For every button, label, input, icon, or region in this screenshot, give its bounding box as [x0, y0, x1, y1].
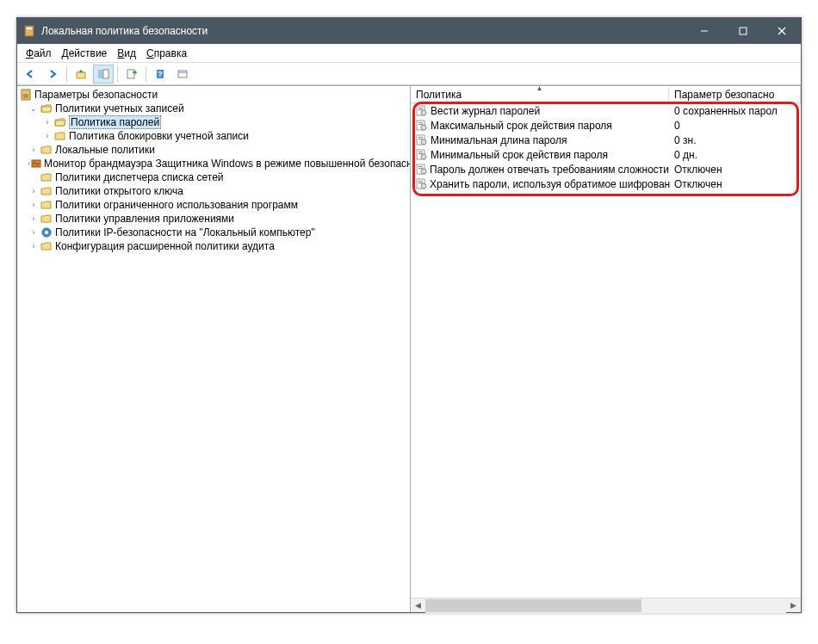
column-header-policy[interactable]: ▲ Политика [411, 87, 669, 102]
window-title: Локальная политика безопасности [41, 25, 685, 37]
horizontal-scrollbar[interactable]: ◀ ▶ [411, 598, 801, 612]
policy-row[interactable]: Максимальный срок действия пароля0 [411, 118, 801, 133]
expander-icon[interactable]: › [28, 242, 40, 251]
policy-setting: Отключен [671, 178, 799, 190]
folder-icon [40, 239, 53, 253]
svg-rect-31 [418, 137, 423, 138]
tree-label: Политики IP-безопасности на "Локальный к… [55, 226, 315, 238]
svg-rect-1 [27, 28, 32, 29]
scroll-right-button[interactable]: ▶ [786, 598, 801, 613]
svg-rect-39 [418, 166, 423, 167]
menu-help[interactable]: Справка [141, 46, 192, 61]
window-controls [685, 18, 801, 44]
expander-icon[interactable]: › [28, 201, 40, 209]
show-tree-button[interactable] [93, 65, 114, 84]
expander-icon[interactable]: › [28, 214, 40, 223]
tree-label: Локальные политики [55, 144, 155, 156]
scroll-thumb[interactable] [425, 599, 641, 612]
minimize-button[interactable] [685, 18, 723, 44]
toolbar: ? [17, 63, 801, 85]
tree-app-control[interactable]: › Политики управления приложениями [17, 212, 410, 226]
svg-rect-27 [418, 122, 423, 123]
app-window: Локальная политика безопасности Файл Дей… [16, 17, 802, 613]
expander-icon[interactable]: › [28, 228, 40, 237]
policy-setting: 0 сохраненных парол [671, 105, 799, 117]
folder-icon [53, 129, 67, 143]
tree-firewall[interactable]: › Монитор брандмауэра Защитника Windows … [17, 157, 410, 170]
column-header-label: Политика [416, 89, 462, 101]
svg-rect-40 [418, 168, 423, 169]
tree-pane[interactable]: Параметры безопасности ⌄ Политики учетны… [17, 86, 411, 612]
tree-ipsec[interactable]: › Политики IP-безопасности на "Локальный… [17, 226, 410, 239]
policy-row[interactable]: Хранить пароли, используя обратимое шифр… [411, 176, 801, 191]
forward-button[interactable] [42, 65, 63, 84]
maximize-button[interactable] [723, 18, 762, 44]
folder-icon [40, 212, 53, 226]
back-button[interactable] [20, 65, 40, 84]
svg-rect-3 [740, 28, 747, 34]
tree-label: Политики учетных записей [55, 102, 184, 115]
folder-open-icon [53, 115, 67, 129]
expander-icon[interactable]: › [41, 132, 53, 140]
policy-row[interactable]: Вести журнал паролей0 сохраненных парол [411, 103, 801, 118]
tree-audit-config[interactable]: › Конфигурация расширенной политики ауди… [17, 239, 410, 253]
policy-icon [416, 120, 428, 132]
column-header-setting[interactable]: Параметр безопасно [669, 87, 801, 102]
list-header: ▲ Политика Параметр безопасно [411, 86, 801, 103]
export-button[interactable] [121, 65, 142, 84]
list-body[interactable]: Вести журнал паролей0 сохраненных паролМ… [411, 103, 801, 598]
sort-asc-icon: ▲ [536, 84, 543, 92]
expander-icon[interactable]: ⌄ [28, 104, 40, 113]
policy-icon [416, 178, 427, 190]
tree-label: Политика паролей [69, 115, 161, 129]
menu-action[interactable]: Действие [57, 46, 113, 61]
up-button[interactable] [71, 65, 91, 84]
help-button[interactable]: ? [150, 65, 170, 84]
svg-point-45 [421, 183, 426, 189]
folder-icon [40, 184, 53, 198]
policy-setting: Отключен [671, 164, 799, 176]
tree-label: Монитор брандмауэра Защитника Windows в … [44, 158, 411, 170]
tree-label: Политики диспетчера списка сетей [55, 171, 224, 183]
tree-network-list[interactable]: Политики диспетчера списка сетей [17, 170, 410, 184]
svg-rect-43 [418, 181, 423, 182]
tree-software-restriction[interactable]: › Политики ограниченного использования п… [17, 198, 410, 212]
expander-icon[interactable]: › [41, 118, 53, 127]
tree-password-policy[interactable]: › Политика паролей [17, 115, 410, 129]
list-pane: ▲ Политика Параметр безопасно Вести журн… [411, 86, 801, 612]
tree-public-key[interactable]: › Политики открытого ключа [17, 184, 410, 198]
properties-button[interactable] [172, 65, 193, 84]
menu-file[interactable]: Файл [21, 46, 57, 61]
menu-view[interactable]: Вид [112, 46, 141, 61]
svg-point-25 [421, 110, 426, 115]
scroll-track[interactable] [425, 598, 786, 613]
scroll-left-button[interactable]: ◀ [411, 598, 425, 613]
expander-icon[interactable]: › [28, 146, 40, 154]
svg-rect-9 [127, 70, 134, 78]
svg-point-37 [421, 154, 426, 159]
policy-row[interactable]: Пароль должен отвечать требованиям сложн… [411, 162, 801, 176]
folder-icon [40, 198, 53, 212]
policy-row[interactable]: Минимальный срок действия пароля0 дн. [411, 147, 801, 162]
policy-name: Вести журнал паролей [431, 105, 540, 117]
tree-label: Политика блокировки учетной записи [69, 130, 249, 142]
ipsec-icon [40, 226, 53, 239]
tree-label: Политики открытого ключа [55, 185, 183, 197]
policy-row[interactable]: Минимальная длина пароля0 зн. [411, 133, 801, 147]
close-button[interactable] [762, 18, 801, 44]
policy-setting: 0 зн. [671, 134, 799, 146]
svg-rect-35 [418, 152, 423, 152]
folder-open-icon [40, 102, 53, 115]
tree-account-policies[interactable]: ⌄ Политики учетных записей [17, 102, 410, 115]
titlebar[interactable]: Локальная политика безопасности [17, 18, 801, 44]
policy-icon [416, 105, 428, 117]
tree-root[interactable]: Параметры безопасности [17, 88, 410, 102]
svg-rect-36 [418, 153, 423, 154]
policy-setting: 0 [671, 120, 799, 132]
tree-lockout-policy[interactable]: › Политика блокировки учетной записи [17, 129, 410, 143]
security-icon [19, 88, 33, 102]
expander-icon[interactable]: › [28, 187, 40, 195]
tree-local-policies[interactable]: › Локальные политики [17, 143, 410, 157]
svg-rect-8 [103, 70, 108, 78]
column-header-label: Параметр безопасно [674, 89, 774, 101]
